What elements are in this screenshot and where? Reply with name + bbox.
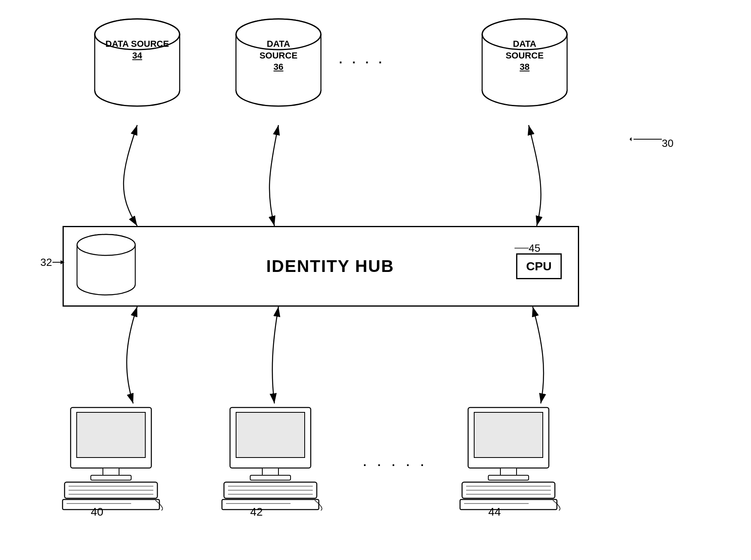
- computer-42: 42: [218, 403, 339, 516]
- datasource-38-label: DATASOURCE 38: [476, 38, 573, 73]
- datasource-36-label: DATASOURCE 36: [230, 38, 327, 73]
- svg-marker-32: [630, 137, 632, 141]
- ref-45-line: [515, 244, 531, 252]
- hub-cylinder-svg: [72, 232, 140, 297]
- svg-rect-51: [222, 499, 319, 510]
- computer-44: 44: [456, 403, 577, 516]
- svg-rect-44: [236, 412, 305, 458]
- svg-rect-54: [474, 412, 543, 458]
- datasource-38: DATASOURCE 38: [476, 16, 573, 125]
- svg-rect-46: [250, 475, 291, 480]
- dots-top: . . . .: [339, 52, 385, 66]
- cpu-box: CPU: [516, 253, 562, 279]
- svg-rect-34: [77, 412, 145, 458]
- svg-rect-61: [460, 499, 557, 510]
- computer-42-svg: [218, 403, 339, 512]
- identity-hub-label: IDENTITY HUB: [144, 257, 516, 276]
- ref-label-42: 42: [250, 506, 263, 518]
- computer-40-svg: [59, 403, 180, 512]
- svg-rect-36: [91, 475, 131, 480]
- cylinder-34-svg: [89, 16, 186, 109]
- datasource-34: DATA SOURCE 34: [89, 16, 186, 125]
- svg-marker-29: [61, 260, 65, 264]
- dots-bottom: . . . . .: [363, 456, 428, 469]
- ref-label-44: 44: [488, 506, 501, 518]
- identity-hub-box: IDENTITY HUB CPU: [63, 226, 579, 307]
- datasource-36: DATASOURCE 36: [230, 16, 327, 125]
- svg-rect-41: [63, 499, 159, 510]
- computer-40: 40: [59, 403, 180, 516]
- svg-point-27: [77, 234, 135, 255]
- hub-database-icon: [72, 232, 144, 301]
- datasource-34-label: DATA SOURCE 34: [89, 38, 186, 61]
- computer-44-svg: [456, 403, 577, 512]
- ref-label-32: 32: [40, 256, 52, 269]
- ref-label-40: 40: [91, 506, 103, 518]
- diagram-container: DATA SOURCE 34 DATASOURCE 36 . . . .: [0, 0, 751, 560]
- svg-rect-56: [488, 475, 529, 480]
- ref-30-arrow: [630, 133, 666, 145]
- ref-32-arrow: [52, 258, 65, 266]
